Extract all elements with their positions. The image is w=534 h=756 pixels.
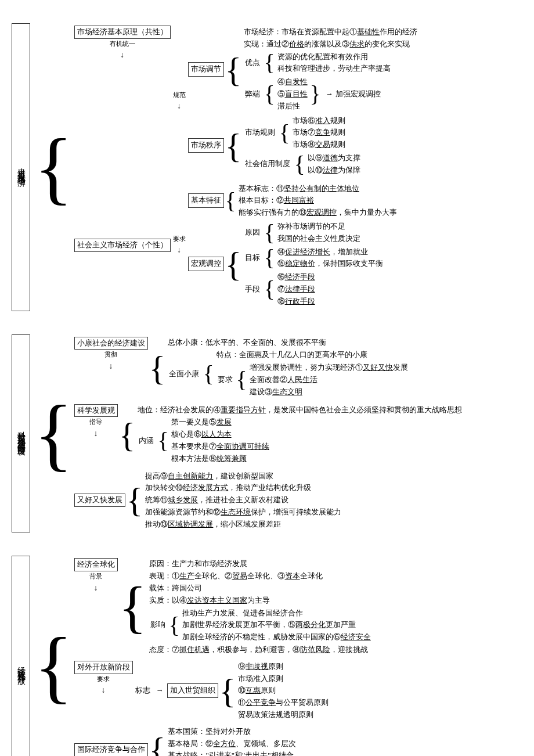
leaf-text: 加剧世界经济发展更加不平衡，⑤两极分化更加严重 [181,619,372,631]
label: 社会信用制度 [243,158,293,170]
label: 影响 [148,619,168,631]
leaf-text: ⑪公平竞争与公平贸易原则 [237,697,330,709]
root-label-3: 经济全球化与对外开放 [12,556,30,756]
leaf-text: 基本要求是⑦全面协调可持续 [170,441,270,453]
label: 标志 [133,685,153,697]
brace: { [264,282,275,296]
branch-label: 对外开放新阶段 [74,661,133,674]
label: 原因 [243,226,262,239]
leaf-text: 资源的优化配置和有效作用 [276,51,392,63]
label: 优点 [243,57,262,69]
label: 手段 [243,283,262,296]
label: 内涵 [136,435,156,447]
leaf-text: ⑯经济手段 [276,271,316,283]
brace: { [279,126,290,140]
branch-label: 科学发展观 [74,404,118,417]
brace: { [34,23,73,311]
leaf-text: 地位：经济社会发展的④重要指导方针，是发展中国特色社会主义必须坚持和贯彻的重大战… [136,404,463,416]
leaf-text: 根本目标：⑫共同富裕 [237,195,398,207]
leaf-text: 加快转变⑩经济发展方式，推动产业结构优化升级 [144,482,342,494]
leaf-text: 态度：⑦抓住机遇，积极参与，趋利避害，⑧防范风险，迎接挑战 [148,644,372,656]
leaf-text: ⑨非歧视原则 [237,661,330,673]
leaf-text: 科技和管理进步，劳动生产率提高 [276,63,392,75]
brace: { [119,404,136,466]
connector: 要求 [77,674,131,697]
brace: { [264,251,275,265]
leaf-text: ⑰法律手段 [276,283,316,296]
brace: { [294,157,305,171]
leaf-text: 以⑨道德为支撑 [306,152,362,164]
brace: { [34,334,73,533]
leaf-text: ⑱行政手段 [276,296,316,308]
brace: { [119,558,147,656]
arrow-icon: → [156,685,164,697]
label: 弊端 [243,88,262,100]
leaf-text: 市场⑧交易规则 [291,139,347,151]
leaf-text: 特点：全面惠及十几亿人口的更高水平的小康 [215,349,409,361]
leaf-text: 加剧全球经济的不稳定性，威胁发展中国家的⑥经济安全 [181,631,372,643]
label: 市场规则 [243,127,277,139]
brace: { [264,56,275,70]
leaf-text: 以⑩法律为保障 [306,164,362,177]
leaf-text: 贸易政策法规透明原则 [237,709,330,721]
leaf-text: 增强发展协调性，努力实现经济①又好又快发展 [248,362,409,374]
leaf-text: 基本国策：坚持对外开放 [167,726,297,738]
brace: { [149,337,166,399]
root-label-1: 走进社会主义市场经济 [12,23,30,311]
brace: { [225,194,236,208]
sub-label: 基本特征 [188,193,224,208]
leaf-text: 根本方法是⑧统筹兼顾 [170,453,270,465]
connector: 背景 [77,571,116,595]
leaf-text: 统筹⑪城乡发展，推进社会主义新农村建设 [144,494,342,506]
leaf-text: 载体：跨国公司 [148,582,372,595]
leaf-text: 提高⑨自主创新能力，建设创新型国家 [144,470,342,483]
connector: 要求 [173,234,186,257]
brace: { [225,254,242,275]
leaf-text: 市场经济：市场在资源配置中起①基础性作用的经济 [243,26,418,38]
leaf-text: 全面改善②人民生活 [248,374,409,386]
leaf-text: 加强能源资源节约和⑫生态环境保护，增强可持续发展能力 [144,506,342,519]
leaf-text: 基本格局：⑫全方位、宽领域、多层次 [167,738,297,750]
sub-label: 市场秩序 [188,138,224,153]
leaf-text: 原因：生产力和市场经济发展 [148,558,372,570]
connector: 贯彻 [77,350,146,373]
wto-label: 加入世贸组织 [167,683,218,698]
leaf-text: 推动生产力发展、促进各国经济合作 [181,607,372,620]
brace: { [236,373,247,387]
brace: { [169,618,180,632]
brace: { [157,434,168,448]
leaf-text: 能够实行强有力的⑬宏观调控，集中力量办大事 [237,207,398,219]
branch-label: 社会主义市场经济（个性） [74,239,171,252]
leaf-text: 第一要义是⑤发展 [170,416,270,429]
leaf-text: 市场⑥准入规则 [291,115,347,127]
leaf-text: ⑩互惠原则 [237,685,330,697]
brace: { [34,556,73,756]
brace: { [264,226,275,240]
brace: { [264,87,275,101]
leaf-text: 市场⑦竞争规则 [291,127,347,139]
connector: 指导 [77,417,116,440]
leaf-text: 表现：①生产全球化、②贸易全球化、③资本全球化 [148,570,372,582]
leaf-text: 滞后性 [276,100,309,113]
branch-label: 经济全球化 [74,558,118,571]
label: 要求 [215,374,235,386]
root-label-2: 科学发展观和小康社会的经济建设 [12,334,30,533]
sub-label: 宏观调控 [188,257,224,271]
leaf-text: 建设③生态文明 [248,386,409,398]
leaf-text: 市场准入原则 [237,673,330,685]
sub-label: 市场调节 [188,62,224,77]
label: 全面小康 [167,368,201,380]
brace: { [225,135,242,156]
leaf-text: 我国的社会主义性质决定 [276,233,362,245]
note: 加强宏观调控 [322,88,382,100]
brace: { [127,470,143,531]
connector: 规范 [173,90,186,113]
diagram-globalization: 经济全球化与对外开放 { 经济全球化 背景 { 原因：生产力和市场经济发展 表现… [12,556,522,756]
brace: } [310,87,321,101]
brace: { [203,367,214,381]
brace: { [149,726,166,756]
leaf-text: ⑭促进经济增长，增加就业 [276,246,384,258]
leaf-text: ④自发性 [276,76,309,88]
connector: 有机统一 [77,39,168,62]
diagram-scientific-dev: 科学发展观和小康社会的经济建设 { 小康社会的经济建设 贯彻 { 总体小康：低水… [12,334,522,533]
